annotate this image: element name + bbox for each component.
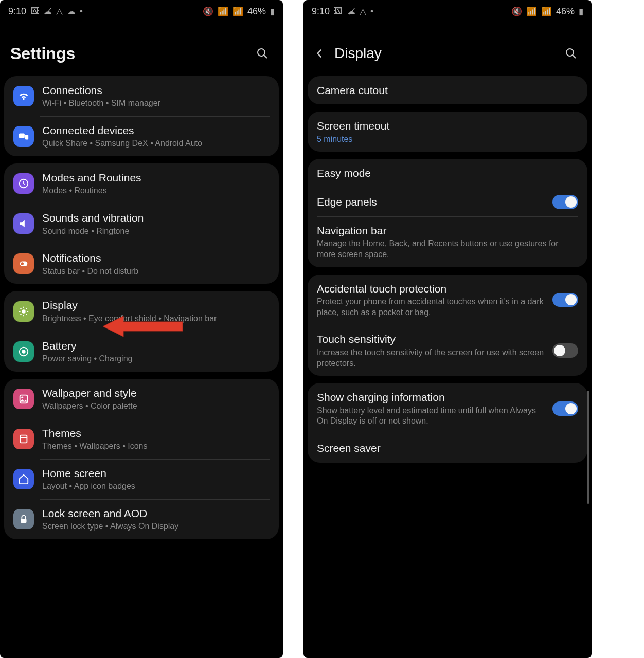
row-title: Home screen [42,466,270,480]
row-sub: Increase the touch sensitivity of the sc… [317,348,546,369]
mute-icon: 🔇 [511,6,522,17]
scroll-indicator[interactable] [587,391,589,504]
row-title: Battery [42,339,270,353]
toggle-charging-info[interactable] [552,401,578,416]
settings-item-connections[interactable]: ConnectionsWi-Fi • Bluetooth • SIM manag… [4,76,279,116]
settings-group: DisplayBrightness • Eye comfort shield •… [4,291,279,371]
display-list[interactable]: Camera cutoutScreen timeout5 minutesEasy… [303,76,592,658]
row-text: Easy mode [317,166,578,180]
row-text: Lock screen and AODScreen lock type • Al… [42,506,270,532]
row-text: DisplayBrightness • Eye comfort shield •… [42,298,270,324]
dot-icon: • [370,6,373,16]
settings-item-themes[interactable]: ThemesThemes • Wallpapers • Icons [4,419,279,459]
row-sub: Status bar • Do not disturb [42,266,270,277]
display-item-camera-cutout[interactable]: Camera cutout [308,76,587,104]
row-text: ThemesThemes • Wallpapers • Icons [42,426,270,452]
battery-icon [13,341,34,362]
row-title: Edge panels [317,195,546,209]
status-bar: 9:10 🖼 ☁̸ △ • 🔇 📶 📶 46% ▮ [303,0,592,23]
brightness-icon [13,301,34,322]
settings-screen: 9:10 🖼 ☁̸ △ ☁ • 🔇 📶 📶 46% ▮ Settings Con… [0,0,283,658]
row-sub: Wallpapers • Color palette [42,401,270,412]
back-button[interactable] [310,43,330,64]
dot-icon: • [80,6,83,16]
wifi-icon: 📶 [526,6,537,17]
row-sub: Layout • App icon badges [42,481,270,492]
display-group: Screen timeout5 minutes [308,112,587,152]
row-text: Show charging informationShow battery le… [317,390,546,427]
battery-icon: ▮ [579,6,583,17]
row-sub: Wi-Fi • Bluetooth • SIM manager [42,98,270,109]
row-title: Notifications [42,251,270,265]
signal-icon: 📶 [541,6,552,17]
lock-icon [13,509,34,529]
display-group: Show charging informationShow battery le… [308,383,587,462]
row-text: Home screenLayout • App icon badges [42,466,270,492]
toggle-edge-panels[interactable] [552,195,578,209]
settings-item-display[interactable]: DisplayBrightness • Eye comfort shield •… [4,291,279,331]
row-sub: Sound mode • Ringtone [42,226,270,237]
page-title: Settings [10,44,252,63]
row-title: Screen saver [317,441,578,455]
row-title: Wallpaper and style [42,386,270,400]
settings-group: ConnectionsWi-Fi • Bluetooth • SIM manag… [4,76,279,156]
row-title: Camera cutout [317,83,578,97]
row-sub: Screen lock type • Always On Display [42,521,270,532]
row-title: Connected devices [42,123,270,137]
search-button[interactable] [252,43,273,64]
svg-line-1 [264,55,267,58]
status-bar: 9:10 🖼 ☁̸ △ ☁ • 🔇 📶 📶 46% ▮ [0,0,283,23]
toggle-accidental-touch[interactable] [552,293,578,307]
settings-list[interactable]: ConnectionsWi-Fi • Bluetooth • SIM manag… [0,76,283,658]
display-item-touch-sensitivity[interactable]: Touch sensitivityIncrease the touch sens… [308,325,587,376]
display-item-accidental-touch[interactable]: Accidental touch protectionProtect your … [308,275,587,325]
row-text: Modes and RoutinesModes • Routines [42,171,270,196]
display-item-charging-info[interactable]: Show charging informationShow battery le… [308,383,587,434]
row-title: Lock screen and AOD [42,506,270,520]
themes-icon [13,429,34,449]
signal-icon: 📶 [232,6,243,17]
drive-icon: △ [56,6,63,17]
display-item-navigation-bar[interactable]: Navigation barManage the Home, Back, and… [308,216,587,267]
display-item-easy-mode[interactable]: Easy mode [308,159,587,187]
display-item-edge-panels[interactable]: Edge panels [308,188,587,216]
row-sub: Power saving • Charging [42,354,270,364]
display-group: Easy modeEdge panelsNavigation barManage… [308,159,587,267]
display-item-screen-saver[interactable]: Screen saver [308,434,587,462]
row-text: BatteryPower saving • Charging [42,339,270,364]
row-sub: Modes • Routines [42,186,270,196]
row-text: NotificationsStatus bar • Do not disturb [42,251,270,277]
display-group: Accidental touch protectionProtect your … [308,275,587,376]
settings-item-battery[interactable]: BatteryPower saving • Charging [4,332,279,372]
row-sub: Themes • Wallpapers • Icons [42,441,270,452]
row-sub: Protect your phone from accidental touch… [317,297,546,318]
cloud-off-icon: ☁̸ [347,6,355,17]
sound-icon [13,213,34,234]
toggle-touch-sensitivity[interactable] [552,343,578,358]
display-group: Camera cutout [308,76,587,104]
row-sub: Quick Share • Samsung DeX • Android Auto [42,138,270,149]
row-title: Navigation bar [317,224,578,237]
settings-item-modes-routines[interactable]: Modes and RoutinesModes • Routines [4,163,279,204]
settings-group: Wallpaper and styleWallpapers • Color pa… [4,379,279,539]
row-text: Touch sensitivityIncrease the touch sens… [317,332,546,369]
row-title: Connections [42,83,270,97]
settings-item-notifications[interactable]: NotificationsStatus bar • Do not disturb [4,244,279,284]
row-title: Accidental touch protection [317,282,546,296]
bell-icon [13,253,34,274]
search-button[interactable] [561,43,581,64]
display-screen: 9:10 🖼 ☁̸ △ • 🔇 📶 📶 46% ▮ Display Camera… [303,0,592,658]
row-title: Touch sensitivity [317,332,546,346]
row-text: Accidental touch protectionProtect your … [317,282,546,318]
settings-item-home-screen[interactable]: Home screenLayout • App icon badges [4,459,279,499]
settings-item-sounds[interactable]: Sounds and vibrationSound mode • Rington… [4,204,279,244]
display-item-screen-timeout[interactable]: Screen timeout5 minutes [308,112,587,152]
settings-item-wallpaper[interactable]: Wallpaper and styleWallpapers • Color pa… [4,379,279,419]
row-title: Modes and Routines [42,171,270,185]
row-title: Show charging information [317,390,546,404]
settings-item-lock-screen[interactable]: Lock screen and AODScreen lock type • Al… [4,499,279,539]
settings-item-connected-devices[interactable]: Connected devicesQuick Share • Samsung D… [4,116,279,156]
row-text: Navigation barManage the Home, Back, and… [317,224,578,260]
row-text: Wallpaper and styleWallpapers • Color pa… [42,386,270,412]
row-sub: 5 minutes [317,134,578,145]
